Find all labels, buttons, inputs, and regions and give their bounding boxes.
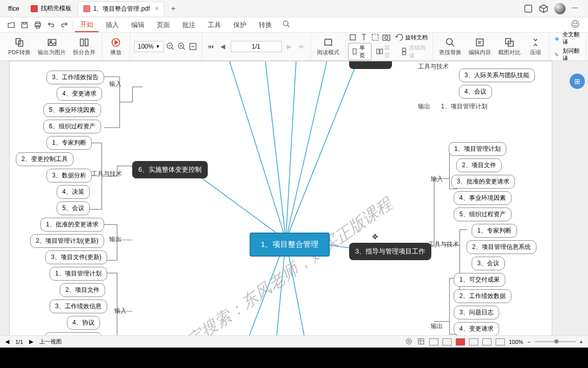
menu-annotate[interactable]: 批注 <box>177 18 201 32</box>
tab-office[interactable]: ffice <box>3 2 24 16</box>
view-mode-2[interactable] <box>443 338 452 346</box>
redo-icon[interactable] <box>60 21 68 29</box>
find-replace-button[interactable]: 查找替换 <box>437 36 463 57</box>
svg-point-9 <box>576 23 577 24</box>
status-next-row[interactable]: ▶ <box>29 338 33 345</box>
hand-tool-icon[interactable] <box>348 33 357 42</box>
menu-convert[interactable]: 转换 <box>254 18 277 32</box>
leaf: 3、问题日志 <box>454 306 499 319</box>
leaf: 3、批准的变更请求 <box>451 175 515 189</box>
svg-point-7 <box>572 20 579 28</box>
undo-icon[interactable] <box>47 21 55 29</box>
view-icon-2[interactable] <box>417 337 425 347</box>
split-merge-button[interactable]: 拆分合并 <box>71 36 97 57</box>
first-page-icon[interactable]: ⏮ <box>206 42 215 51</box>
leaf: 3、工作绩效报告 <box>46 71 104 84</box>
document-viewport[interactable]: 淘宝搜索：东风老师，购买正版课程 1、项目整合管理 6、实施整体变更控制 3、指… <box>0 61 588 348</box>
print-icon[interactable] <box>34 21 42 29</box>
zoom-out-icon[interactable] <box>166 42 175 51</box>
view-mode-3[interactable] <box>456 338 465 346</box>
pdf-convert-button[interactable]: PDF转换 <box>6 36 33 57</box>
connector-label: 输出 <box>431 322 443 331</box>
search-icon[interactable] <box>282 20 290 30</box>
save-icon[interactable] <box>20 21 29 29</box>
select-area-icon[interactable] <box>371 33 380 42</box>
menu-protect[interactable]: 保护 <box>228 18 252 32</box>
template-icon <box>31 5 38 12</box>
move-cursor-icon: ✥ <box>372 233 378 241</box>
app-icon[interactable] <box>524 4 533 13</box>
window-tabs: ffice 找稻壳模板 1、项目整合管理.pdf × + — <box>0 0 588 17</box>
menu-page[interactable]: 页面 <box>152 18 175 32</box>
menu-cloud-icon[interactable] <box>571 19 585 30</box>
open-icon[interactable] <box>7 21 15 29</box>
tab-templates[interactable]: 找稻壳模板 <box>26 2 77 16</box>
view-icon-1[interactable] <box>405 337 413 347</box>
mindmap-node-3: 3、指导与管理项目工作 <box>349 243 431 260</box>
status-prev-row[interactable]: ◀ <box>5 338 9 345</box>
leaf: 4、决策 <box>57 185 90 199</box>
black-bottom-bar <box>0 348 588 368</box>
continuous-button[interactable]: 连续阅读 <box>398 43 430 60</box>
avatar[interactable] <box>554 3 566 14</box>
full-translate-button[interactable]: ◈全文翻译 <box>553 31 582 46</box>
leaf: 3、会议 <box>472 257 505 270</box>
last-page-icon[interactable]: ⏭ <box>297 42 306 51</box>
leaf: 4、事业环境因素 <box>454 191 511 205</box>
prev-page-icon[interactable]: ◀ <box>218 42 228 51</box>
rotate-doc-button[interactable]: 旋转文档 <box>393 33 430 42</box>
connector-label: 输出 <box>418 102 430 111</box>
svg-rect-15 <box>85 39 88 45</box>
menu-tools[interactable]: 工具 <box>203 18 226 32</box>
leaf-inline: 1、项目管理计划 <box>441 102 487 111</box>
leaf: 4、协议 <box>67 316 100 330</box>
menu-edit[interactable]: 编辑 <box>126 18 150 32</box>
tab-document[interactable]: 1、项目整合管理.pdf × <box>78 2 164 16</box>
view-mode-1[interactable] <box>429 338 438 346</box>
floating-help-button[interactable]: ⊞ <box>570 74 585 89</box>
leaf: 3、项目文件(更新) <box>45 250 107 264</box>
page-input[interactable] <box>231 41 282 52</box>
zoom-select[interactable]: 100%▼ <box>134 41 164 52</box>
menu-insert[interactable]: 插入 <box>101 18 124 32</box>
zoom-slider[interactable] <box>535 341 576 342</box>
leaf: 2、变更控制工具 <box>16 152 74 166</box>
zoom-in-icon[interactable] <box>177 42 186 51</box>
crop-compare-button[interactable]: 截图对比 <box>496 36 523 57</box>
double-page-button[interactable]: 双页 <box>374 43 396 60</box>
status-bar: ◀ 1/1 ▶ 上一视图 100% − + <box>0 335 588 348</box>
export-image-button[interactable]: 输出为图片 <box>36 36 68 57</box>
connector-label: 工具与技术 <box>428 240 459 249</box>
minimize-icon[interactable]: — <box>572 4 581 13</box>
cube-icon[interactable] <box>539 4 548 13</box>
next-page-icon[interactable]: ▶ <box>285 42 294 51</box>
status-prev-view[interactable]: 上一视图 <box>39 338 62 346</box>
play-button[interactable]: 播放 <box>106 36 126 57</box>
compress-button[interactable]: 压缩 <box>526 36 545 57</box>
single-page-button[interactable]: 单页 <box>348 43 372 60</box>
leaf: 1、批准的变更请求 <box>40 218 104 232</box>
view-mode-6[interactable] <box>496 338 505 346</box>
leaf: 5、组织过程资产 <box>454 208 511 221</box>
view-mode-4[interactable] <box>469 338 478 346</box>
leaf: 1、项目管理计划 <box>449 142 506 156</box>
leaf: 1、项目管理计划 <box>50 267 107 281</box>
pdf-icon <box>83 5 90 12</box>
fit-page-icon[interactable] <box>188 42 198 51</box>
close-icon[interactable]: × <box>155 5 159 12</box>
svg-line-33 <box>230 61 286 240</box>
snapshot-icon[interactable] <box>382 33 391 42</box>
edit-content-button[interactable]: 编辑内容 <box>467 36 493 57</box>
svg-line-36 <box>286 61 327 240</box>
word-translate-button[interactable]: ✎划词翻译 <box>553 47 582 62</box>
menu-start[interactable]: 开始 <box>75 18 99 32</box>
zoom-out-status[interactable]: − <box>527 339 530 345</box>
read-mode-button[interactable]: 阅读模式 <box>315 36 341 57</box>
leaf: 5、会议 <box>57 201 90 215</box>
add-tab-button[interactable]: + <box>167 3 180 15</box>
leaf: 5、事业环境因素 <box>43 103 101 117</box>
svg-rect-45 <box>419 338 424 344</box>
zoom-in-status[interactable]: + <box>580 339 583 345</box>
select-text-icon[interactable] <box>359 33 369 42</box>
view-mode-5[interactable] <box>482 338 492 346</box>
